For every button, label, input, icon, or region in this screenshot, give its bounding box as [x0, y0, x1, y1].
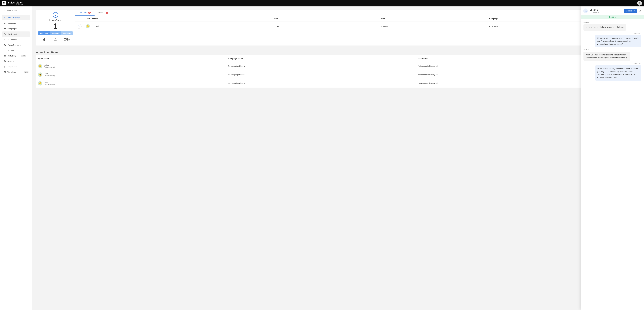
agent-live-status-section: Agent Live Status Agent Name Campaign Na…: [36, 51, 640, 88]
agent-name: Aadya: [44, 64, 54, 66]
pulse-icon: [53, 12, 58, 18]
profile-avatar[interactable]: [637, 1, 642, 6]
svg-rect-2: [5, 2, 6, 3]
plus-icon: [4, 16, 6, 19]
transcript-header: Chelsea 12018347973 Monitor: [581, 7, 644, 15]
svg-rect-1: [4, 2, 4, 3]
col-team-member: Team Member: [84, 16, 271, 22]
sidebar-icon: [4, 55, 6, 57]
sidebar-item-phone-numbers[interactable]: Phone Numbers: [2, 42, 30, 48]
call-time: just now: [379, 22, 487, 31]
sidebar-item-label: All Contacts: [8, 39, 17, 41]
svg-rect-8: [5, 4, 6, 5]
sidebar-icon: [4, 60, 6, 62]
sidebar-icon: [4, 44, 6, 46]
sidebar-item-all-contacts[interactable]: All Contacts: [2, 37, 30, 42]
close-panel-button[interactable]: [638, 9, 642, 12]
transcript-caller-name: Chelsea: [590, 9, 622, 11]
agent-substatus: (Not connected): [44, 83, 54, 85]
agent-avatar: 🙂: [38, 81, 42, 86]
live-call-row[interactable]: 🙂John SmithChelseajust nowRe:2022-02-2: [75, 22, 640, 31]
svg-point-17: [5, 73, 6, 73]
transcript-chat[interactable]: ChelseaHi. Yes. This is Chelsea. Whatthi…: [581, 19, 644, 310]
agent-substatus: (Not connected): [44, 75, 54, 77]
col-time: Time: [379, 16, 487, 22]
sidebar-item-label: JustCall IQ: [8, 55, 16, 57]
user-icon: [638, 2, 641, 5]
sidebar-item-label: Dashboard: [8, 22, 16, 24]
transcript-message: Okay. So we actually have some other pla…: [595, 65, 642, 81]
new-campaign-label: New Campaign: [8, 16, 20, 19]
transcript-speaker: John Smith: [584, 32, 642, 34]
segment-abandoned[interactable]: Abandoned: [61, 31, 73, 35]
transcript-message: Hi. Yes. This is Chelsea. Whatthis call …: [584, 24, 626, 31]
call-type-counts: 4 4 0%: [38, 36, 73, 43]
segment-answered[interactable]: Answered: [50, 31, 61, 35]
new-campaign-button[interactable]: New Campaign: [2, 15, 30, 20]
tab-live-calls[interactable]: Live Calls 1: [75, 10, 94, 16]
back-to-menu[interactable]: Back To Menu: [2, 8, 30, 14]
member-avatar: 🙂: [86, 24, 90, 28]
tab-recent[interactable]: Recent 3: [94, 10, 112, 16]
new-badge: NEW: [24, 71, 28, 73]
agent-row[interactable]: 🙂Oliver(Not connected)No campaign till n…: [36, 70, 640, 79]
svg-rect-6: [3, 4, 4, 5]
sidebar-item-dashboard[interactable]: Dashboard: [2, 21, 30, 26]
count-answered: 4: [50, 36, 61, 43]
transcript-panel: Chelsea 12018347973 Monitor Positive Che…: [581, 7, 644, 310]
status-dot-offline: [41, 81, 43, 82]
tab-recent-label: Recent: [98, 12, 104, 14]
sidebar-item-live-report[interactable]: Live Report: [2, 32, 30, 37]
count-outbound: 4: [38, 36, 50, 43]
sidebar-item-settings[interactable]: Settings: [2, 59, 30, 64]
agent-substatus: (Not connected): [44, 66, 54, 68]
sidebar: Back To Menu New Campaign DashboardCampa…: [0, 7, 32, 310]
monitor-button[interactable]: Monitor: [624, 9, 637, 13]
agent-campaign: No campaign till now: [226, 62, 416, 70]
sidebar-icon: [4, 49, 6, 52]
sidebar-item-all-calls[interactable]: All Calls: [2, 48, 30, 53]
svg-rect-4: [4, 3, 4, 4]
status-dot-offline: [41, 64, 43, 65]
sidebar-item-integrations[interactable]: Integrations: [2, 64, 30, 69]
agent-avatar: 🙂: [38, 73, 42, 77]
transcript-caller-phone: 12018347973: [590, 11, 622, 13]
sentiment-banner: Positive: [581, 15, 644, 19]
live-calls-table-section: Live Calls 1 Recent 3 Team Member Caller…: [75, 10, 640, 46]
svg-rect-7: [4, 4, 4, 5]
tab-recent-badge: 3: [106, 12, 108, 14]
topbar: Sales Dialer By JustCall: [0, 0, 644, 7]
status-dot-offline: [41, 72, 43, 74]
svg-point-14: [4, 55, 6, 57]
member-name: John Smith: [91, 25, 100, 27]
svg-point-16: [5, 71, 6, 72]
sidebar-item-label: Phone Numbers: [8, 44, 20, 46]
sidebar-item-label: Settings: [8, 60, 14, 62]
sidebar-item-campaigns[interactable]: Campaigns: [2, 26, 30, 32]
segment-outbound[interactable]: Outbound: [38, 31, 50, 35]
agent-row[interactable]: 🙂Aadya(Not connected)No campaign till no…: [36, 62, 640, 70]
brand-byline: By JustCall: [8, 4, 22, 5]
transcript-speaker: John Smith: [584, 63, 642, 65]
agent-row[interactable]: 🙂John(Not connected)No campaign till now…: [36, 79, 640, 88]
sidebar-icon: [4, 66, 6, 68]
agents-table: Agent Name Campaign Name Call Status 🙂Aa…: [36, 55, 640, 88]
new-badge: NEW: [21, 55, 26, 57]
sidebar-item-workflows[interactable]: WorkflowsNEW: [2, 69, 30, 75]
call-type-segmented: Outbound Answered Abandoned: [38, 31, 73, 35]
main-content: Live Calls 1 Outbound Answered Abandoned…: [32, 7, 644, 310]
col-campaign-name: Campaign Name: [226, 55, 416, 62]
volume-icon: [633, 10, 635, 12]
agent-name: John: [44, 81, 54, 83]
sidebar-icon: [4, 39, 6, 41]
svg-rect-3: [3, 3, 4, 4]
app-launcher-button[interactable]: [2, 1, 6, 6]
agent-campaign: No campaign till now: [226, 70, 416, 79]
live-calls-table: Team Member Caller Time Campaign 🙂John S…: [75, 16, 640, 31]
col-caller: Caller: [271, 16, 379, 22]
agent-name: Oliver: [44, 73, 54, 75]
svg-point-12: [4, 39, 5, 40]
transcript-speaker: Chelsea: [584, 49, 642, 51]
svg-rect-5: [5, 3, 6, 4]
sidebar-item-justcall-iq[interactable]: JustCall IQNEW▾: [2, 53, 30, 59]
